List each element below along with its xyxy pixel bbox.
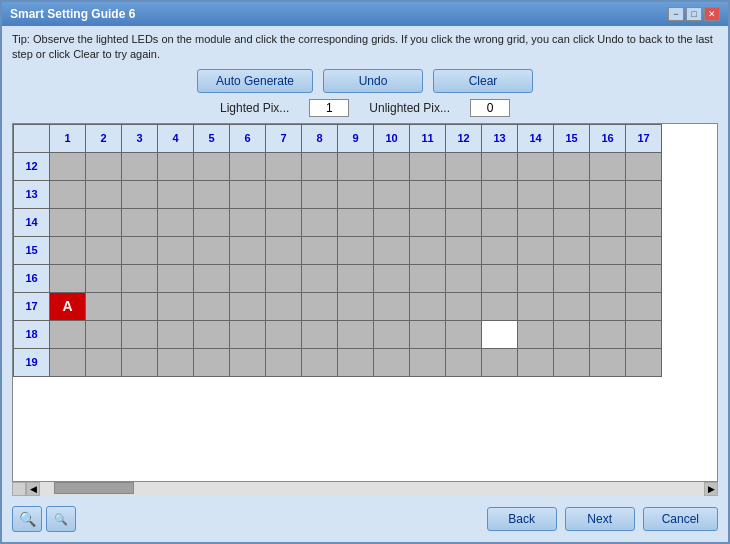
grid-cell[interactable]	[338, 208, 374, 236]
grid-cell[interactable]	[518, 236, 554, 264]
grid-cell[interactable]	[446, 264, 482, 292]
grid-cell[interactable]	[446, 348, 482, 376]
grid-cell[interactable]	[50, 236, 86, 264]
grid-cell[interactable]	[302, 264, 338, 292]
zoom-in-button[interactable]: 🔍	[46, 506, 76, 532]
grid-cell[interactable]	[266, 348, 302, 376]
grid-cell[interactable]	[122, 152, 158, 180]
grid-cell[interactable]	[590, 264, 626, 292]
grid-cell[interactable]	[230, 348, 266, 376]
grid-cell[interactable]	[554, 292, 590, 320]
grid-cell[interactable]	[194, 152, 230, 180]
grid-cell[interactable]	[122, 348, 158, 376]
grid-cell[interactable]	[230, 236, 266, 264]
grid-cell[interactable]	[86, 292, 122, 320]
grid-cell[interactable]	[302, 320, 338, 348]
grid-cell[interactable]	[266, 236, 302, 264]
grid-cell[interactable]	[518, 292, 554, 320]
grid-cell[interactable]	[410, 292, 446, 320]
cancel-button[interactable]: Cancel	[643, 507, 718, 531]
grid-cell[interactable]	[194, 292, 230, 320]
grid-cell[interactable]	[122, 320, 158, 348]
grid-cell[interactable]	[302, 152, 338, 180]
grid-cell[interactable]	[374, 208, 410, 236]
grid-cell[interactable]	[518, 208, 554, 236]
grid-cell[interactable]	[590, 236, 626, 264]
grid-cell[interactable]	[158, 264, 194, 292]
grid-cell[interactable]	[86, 236, 122, 264]
grid-cell[interactable]	[446, 292, 482, 320]
grid-cell[interactable]	[446, 320, 482, 348]
auto-generate-button[interactable]: Auto Generate	[197, 69, 313, 93]
grid-cell[interactable]	[410, 236, 446, 264]
grid-cell[interactable]	[86, 264, 122, 292]
grid-cell[interactable]	[230, 208, 266, 236]
grid-cell[interactable]	[590, 208, 626, 236]
grid-cell[interactable]	[302, 236, 338, 264]
grid-scroll-area[interactable]: 1234567891011121314151617121314151617A18…	[12, 123, 718, 482]
grid-cell[interactable]	[86, 348, 122, 376]
grid-cell[interactable]	[230, 180, 266, 208]
grid-cell[interactable]	[158, 320, 194, 348]
grid-cell[interactable]	[374, 180, 410, 208]
grid-cell[interactable]	[554, 152, 590, 180]
grid-cell[interactable]	[626, 236, 662, 264]
grid-cell[interactable]	[374, 348, 410, 376]
grid-cell[interactable]	[410, 180, 446, 208]
grid-cell[interactable]	[86, 152, 122, 180]
grid-cell[interactable]	[554, 236, 590, 264]
grid-cell[interactable]: A	[50, 292, 86, 320]
grid-cell[interactable]	[194, 236, 230, 264]
grid-cell[interactable]	[86, 180, 122, 208]
grid-cell[interactable]	[518, 348, 554, 376]
grid-cell[interactable]	[626, 292, 662, 320]
grid-cell[interactable]	[302, 180, 338, 208]
grid-cell[interactable]	[302, 348, 338, 376]
grid-cell[interactable]	[446, 208, 482, 236]
grid-cell[interactable]	[266, 180, 302, 208]
grid-cell[interactable]	[194, 180, 230, 208]
grid-cell[interactable]	[338, 264, 374, 292]
grid-cell[interactable]	[194, 348, 230, 376]
grid-cell[interactable]	[122, 264, 158, 292]
grid-cell[interactable]	[50, 208, 86, 236]
grid-cell[interactable]	[338, 320, 374, 348]
grid-cell[interactable]	[482, 152, 518, 180]
grid-cell[interactable]	[590, 348, 626, 376]
grid-cell[interactable]	[554, 320, 590, 348]
minimize-button[interactable]: −	[668, 7, 684, 21]
grid-cell[interactable]	[122, 180, 158, 208]
grid-cell[interactable]	[410, 264, 446, 292]
grid-cell[interactable]	[626, 264, 662, 292]
grid-cell[interactable]	[266, 264, 302, 292]
grid-cell[interactable]	[158, 348, 194, 376]
grid-cell[interactable]	[158, 152, 194, 180]
grid-cell[interactable]	[158, 180, 194, 208]
grid-cell[interactable]	[86, 208, 122, 236]
grid-cell[interactable]	[482, 180, 518, 208]
grid-cell[interactable]	[446, 236, 482, 264]
zoom-out-button[interactable]: 🔍	[12, 506, 42, 532]
grid-cell[interactable]	[374, 264, 410, 292]
grid-cell[interactable]	[374, 152, 410, 180]
grid-cell[interactable]	[266, 292, 302, 320]
grid-cell[interactable]	[590, 152, 626, 180]
grid-cell[interactable]	[230, 320, 266, 348]
lighted-pixel-input[interactable]	[309, 99, 349, 117]
grid-cell[interactable]	[158, 236, 194, 264]
grid-cell[interactable]	[122, 208, 158, 236]
grid-cell[interactable]	[194, 320, 230, 348]
grid-cell[interactable]	[482, 320, 518, 348]
grid-cell[interactable]	[482, 208, 518, 236]
grid-cell[interactable]	[518, 320, 554, 348]
grid-cell[interactable]	[302, 208, 338, 236]
back-button[interactable]: Back	[487, 507, 557, 531]
grid-cell[interactable]	[50, 348, 86, 376]
grid-cell[interactable]	[626, 208, 662, 236]
grid-cell[interactable]	[518, 180, 554, 208]
grid-cell[interactable]	[302, 292, 338, 320]
grid-cell[interactable]	[338, 236, 374, 264]
grid-cell[interactable]	[554, 208, 590, 236]
grid-cell[interactable]	[230, 264, 266, 292]
grid-cell[interactable]	[482, 348, 518, 376]
